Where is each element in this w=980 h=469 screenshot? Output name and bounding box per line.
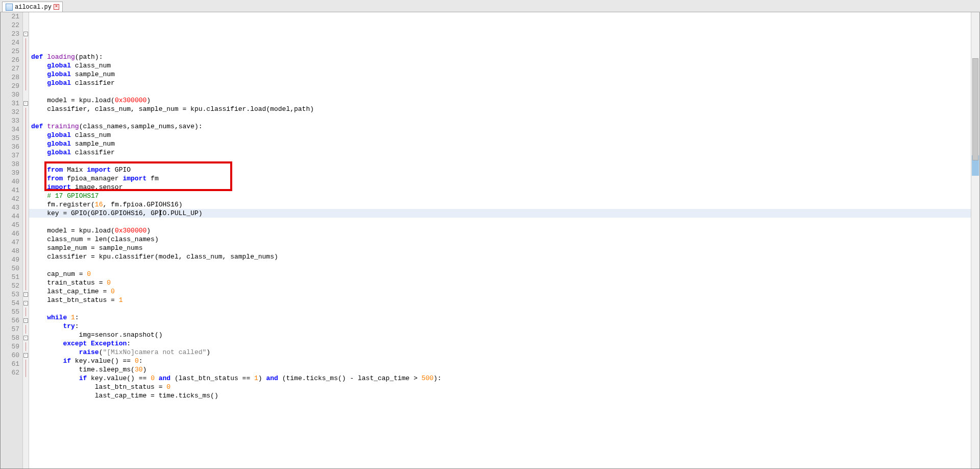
code-line[interactable]: while 1:	[29, 313, 971, 322]
token-txt	[31, 357, 63, 365]
token-op: )	[310, 105, 314, 113]
code-line[interactable]: fm.register(16, fm.fpioa.GPIOHS16)	[29, 200, 971, 209]
token-txt	[115, 296, 119, 304]
fold-minus-icon[interactable]: -	[23, 32, 28, 36]
file-tab[interactable]: ailocal.py ×	[2, 2, 63, 12]
code-line[interactable]: try:	[29, 322, 971, 331]
code-line[interactable]: def loading(path):	[29, 53, 971, 61]
code-line[interactable]: if key.value() == 0 and (last_btn_status…	[29, 374, 971, 383]
code-line[interactable]	[29, 218, 971, 226]
code-line[interactable]: model = kpu.load(0x300000)	[29, 96, 971, 105]
fold-cell[interactable]: -	[23, 290, 29, 299]
code-line[interactable]: model = kpu.load(0x300000)	[29, 226, 971, 235]
code-line[interactable]: global classifier	[29, 79, 971, 87]
fold-cell[interactable]: -	[23, 351, 29, 360]
token-op: (	[155, 253, 159, 261]
fold-cell	[23, 73, 29, 82]
code-line[interactable]: last_btn_status = 1	[29, 296, 971, 304]
code-line[interactable]: sample_num = sample_nums	[29, 244, 971, 252]
code-line[interactable]: except Exception:	[29, 339, 971, 348]
token-txt	[31, 131, 47, 139]
code-line[interactable]: last_cap_time = time.ticks_ms()	[29, 391, 971, 400]
code-line[interactable]: def training(class_names,sample_nums,sav…	[29, 122, 971, 131]
editor[interactable]: 2122232425262728293031323334353637383940…	[0, 12, 980, 469]
fold-minus-icon[interactable]: -	[23, 336, 28, 340]
fold-minus-icon[interactable]: -	[23, 318, 28, 323]
token-txt: key	[31, 209, 63, 217]
code-line[interactable]: classifier = kpu.classifier(model, class…	[29, 252, 971, 261]
code-line[interactable]: time.sleep_ms(30)	[29, 365, 971, 374]
code-line[interactable]: last_btn_status = 0	[29, 383, 971, 391]
token-txt: ticks_ms	[179, 392, 210, 400]
token-op: (	[107, 236, 111, 243]
code-line[interactable]	[29, 87, 971, 96]
code-line[interactable]: cap_num = 0	[29, 270, 971, 278]
line-number: 26	[7, 56, 19, 64]
code-line[interactable]: key = GPIO(GPIO.GPIOHS16, GPIO.PULL_UP)	[29, 209, 971, 218]
token-num: 0	[135, 357, 139, 365]
code-line[interactable]: class_num = len(class_names)	[29, 235, 971, 244]
line-number: 33	[7, 116, 19, 125]
code-line[interactable]	[29, 261, 971, 270]
token-kw: global	[47, 140, 71, 148]
code-line[interactable]: global classifier	[29, 148, 971, 157]
code-line[interactable]: global class_num	[29, 61, 971, 70]
fold-cell[interactable]: -	[23, 30, 29, 38]
code-line[interactable]: last_cap_time = 0	[29, 287, 971, 296]
line-number: 48	[7, 247, 19, 255]
fold-cell[interactable]: -	[23, 316, 29, 325]
line-number: 36	[7, 143, 19, 151]
code-line[interactable]	[29, 304, 971, 313]
line-number: 22	[7, 21, 19, 30]
token-kw: global	[47, 79, 71, 87]
code-line[interactable]	[29, 157, 971, 166]
code-area[interactable]: def loading(path): global class_num glob…	[29, 12, 971, 468]
scroll-thumb[interactable]	[972, 58, 978, 160]
token-op: ()	[155, 331, 163, 339]
token-txt: classifier	[31, 253, 91, 261]
token-txt: class_num	[91, 105, 131, 113]
code-line[interactable]	[29, 35, 971, 44]
fold-cell[interactable]: -	[23, 99, 29, 108]
code-line[interactable]: # 17 GPIOHS17	[29, 192, 971, 200]
code-line[interactable]: train_status = 0	[29, 278, 971, 287]
token-txt: fm	[107, 201, 118, 208]
token-txt: last_btn_status	[179, 374, 242, 382]
code-line[interactable]: from fpioa_manager import fm	[29, 174, 971, 183]
code-line[interactable]: img=sensor.snapshot()	[29, 331, 971, 339]
code-line[interactable]: global sample_num	[29, 139, 971, 148]
token-op: .	[91, 97, 95, 104]
fold-cell[interactable]: -	[23, 299, 29, 308]
fold-cell	[23, 116, 29, 125]
code-line[interactable]: global class_num	[29, 131, 971, 139]
token-txt	[31, 348, 79, 356]
fold-minus-icon[interactable]: -	[23, 301, 28, 306]
token-num: 1	[119, 296, 123, 304]
code-line[interactable]: raise("[MixNo]camera not called")	[29, 348, 971, 357]
fold-cell	[23, 212, 29, 221]
code-line[interactable]: from Maix import GPIO	[29, 166, 971, 174]
code-line[interactable]: import image,sensor	[29, 183, 971, 192]
line-number: 49	[7, 255, 19, 264]
fold-minus-icon[interactable]: -	[23, 101, 28, 106]
code-line[interactable]: if key.value() == 0:	[29, 357, 971, 365]
code-line[interactable]: classifier, class_num, sample_num = kpu.…	[29, 105, 971, 113]
fold-cell[interactable]: -	[23, 334, 29, 342]
token-txt: snapshot	[122, 331, 154, 339]
fold-guide	[26, 368, 26, 377]
token-kw: from	[47, 175, 63, 182]
vertical-scrollbar[interactable]	[971, 12, 979, 468]
fold-minus-icon[interactable]: -	[23, 353, 28, 358]
token-op: .	[95, 366, 99, 373]
fold-minus-icon[interactable]: -	[23, 292, 28, 297]
token-txt: PULL_UP	[170, 209, 199, 217]
code-line[interactable]	[29, 44, 971, 53]
fold-cell	[23, 12, 29, 21]
code-line[interactable]	[29, 113, 971, 122]
token-cmt: # 17 GPIOHS17	[47, 192, 99, 200]
code-line[interactable]: global sample_num	[29, 70, 971, 79]
token-kw: import	[122, 175, 146, 182]
close-icon[interactable]: ×	[54, 4, 59, 10]
line-number: 28	[7, 73, 19, 82]
token-txt	[131, 357, 135, 365]
